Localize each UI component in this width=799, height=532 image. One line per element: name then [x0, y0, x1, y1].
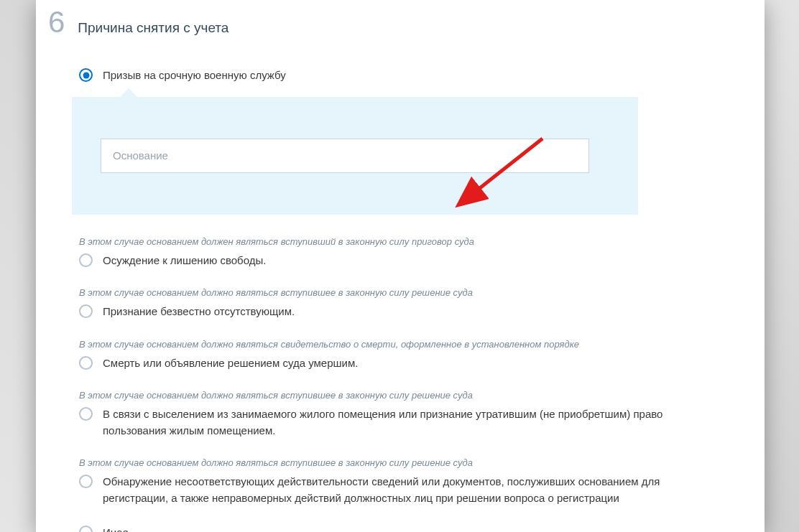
basis-input[interactable] — [101, 139, 589, 173]
radio-option-0[interactable] — [79, 68, 93, 82]
expand-panel — [72, 97, 638, 215]
option-label-3[interactable]: Смерть или объявление решением суда умер… — [103, 355, 358, 372]
option-label-0[interactable]: Призыв на срочную военную службу — [103, 67, 286, 84]
option-label-1[interactable]: Осуждение к лишению свободы. — [103, 253, 266, 269]
section-title: Причина снятия с учета — [78, 20, 228, 36]
radio-option-5[interactable] — [79, 475, 93, 488]
radio-option-1[interactable] — [79, 253, 93, 267]
section-number: 6 — [48, 7, 65, 37]
option-row-1[interactable]: Осуждение к лишению свободы. — [36, 253, 765, 269]
option-row-0[interactable]: Призыв на срочную военную службу — [36, 67, 765, 84]
option-hint-2: В этом случае основанием должно являться… — [36, 287, 765, 298]
option-label-5[interactable]: Обнаружение несоответствующих действител… — [103, 474, 721, 506]
option-row-3[interactable]: Смерть или объявление решением суда умер… — [36, 355, 765, 372]
option-label-6[interactable]: Иное — [103, 525, 129, 532]
option-hint-4: В этом случае основанием должно являться… — [36, 390, 765, 401]
option-label-2[interactable]: Признание безвестно отсутствующим. — [103, 304, 295, 320]
section-header: 6 Причина снятия с учета — [36, 0, 765, 37]
option-hint-5: В этом случае основанием должно являться… — [36, 457, 765, 468]
option-row-5[interactable]: Обнаружение несоответствующих действител… — [36, 474, 765, 506]
option-row-4[interactable]: В связи с выселением из занимаемого жило… — [36, 406, 765, 439]
form-card: 6 Причина снятия с учета Призыв на срочн… — [36, 0, 765, 532]
option-hint-1: В этом случае основанием должен являться… — [36, 236, 765, 247]
option-label-4[interactable]: В связи с выселением из занимаемого жило… — [103, 406, 721, 439]
option-hint-3: В этом случае основанием должно являться… — [36, 339, 765, 350]
option-row-2[interactable]: Признание безвестно отсутствующим. — [36, 304, 765, 320]
radio-option-3[interactable] — [79, 356, 93, 370]
radio-option-6[interactable] — [79, 526, 93, 532]
radio-option-4[interactable] — [79, 407, 93, 421]
radio-option-2[interactable] — [79, 304, 93, 318]
option-row-6[interactable]: Иное — [36, 525, 765, 532]
